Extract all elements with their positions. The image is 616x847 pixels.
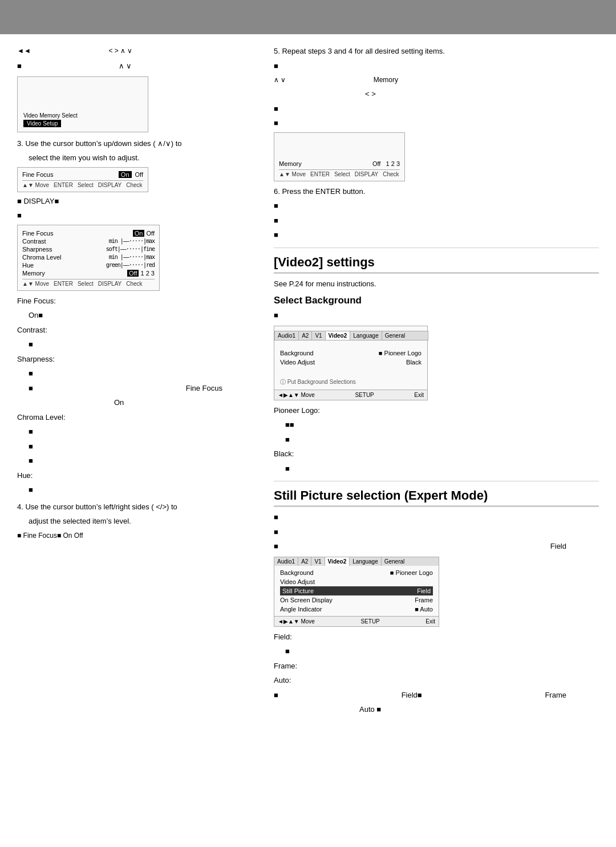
- frame-head: Frame:: [274, 660, 599, 672]
- sharpness-b2: ■ Fine Focus: [29, 383, 222, 394]
- contrast-bullet: ■: [29, 339, 262, 350]
- nav-hint-2: ▲▼ Move ENTER Select DISPLAY Check: [22, 279, 155, 287]
- still-menu-body: Background ■ Pioneer Logo Video Adjust S…: [274, 566, 439, 616]
- nav-hint-1: ▲▼ Move ENTER Select DISPLAY Check: [22, 180, 143, 188]
- s6-b2: ■: [274, 215, 599, 226]
- all-fields-screen: Fine Focus On Off Contrast min |——·····|…: [17, 225, 160, 291]
- video-memory-label: Video Memory Select: [23, 112, 142, 119]
- info-text: ⓘ Put Background Selections: [280, 378, 422, 386]
- pioneer-logo-head: Pioneer Logo:: [274, 405, 599, 416]
- on-label: On: [119, 171, 132, 178]
- left-column: ◄◄ < > ∧ ∨ ■ ∧ ∨ Video Memory Select Vid…: [17, 46, 262, 719]
- chroma-b1: ■: [29, 426, 262, 437]
- pl-b1: ■■: [285, 419, 599, 431]
- step6: 6. Press the ENTER button.: [274, 186, 599, 197]
- ff-row: Fine Focus On Off: [22, 230, 155, 237]
- video2-title: [Video2] settings: [274, 255, 599, 274]
- video-memory-screen: Video Memory Select Video Setup: [17, 76, 148, 132]
- sel-bg-b: ■: [274, 310, 599, 321]
- fine-focus-on: On■: [29, 310, 262, 321]
- divider-2: [274, 481, 599, 481]
- s6-b3: ■: [274, 229, 599, 241]
- tab-row-1: Audio1 A2 V1 Video2 Language General: [274, 331, 428, 341]
- chroma-b3: ■: [29, 455, 262, 467]
- chroma-desc: Chroma Level:: [17, 412, 262, 423]
- s6-b1: ■: [274, 200, 599, 212]
- hue-b: ■: [29, 484, 262, 496]
- hue-row: Hue green|——·····|red: [22, 262, 155, 269]
- nav-check: Check: [126, 182, 142, 188]
- menu-footer-1: ◄▶▲▼ Move SETUP Exit: [274, 390, 427, 400]
- still-menu-screen: Audio1 A2 V1 Video2 Language General Bac…: [274, 557, 439, 627]
- still-menu-footer: ◄▶▲▼ Move SETUP Exit: [274, 616, 439, 626]
- nav-display: DISPLAY: [98, 182, 122, 188]
- bg-menu-item-va: Video Adjust Black: [280, 358, 422, 367]
- memory-screen: Memory Off 1 2 3 ▲▼ Move ENTER Select DI…: [274, 132, 405, 181]
- step4b: adjust the selected item’s level.: [29, 516, 262, 527]
- hue-desc: Hue:: [17, 470, 262, 481]
- see-p24: See P.24 for menu instructions.: [274, 278, 599, 290]
- setup2-label: SETUP: [360, 618, 379, 625]
- still-osd-item: On Screen Display Frame: [280, 595, 433, 605]
- auto-ref: Auto ■: [359, 704, 599, 715]
- right-column: 5. Repeat steps 3 and 4 for all desired …: [274, 46, 599, 719]
- step5-b1: ■: [274, 60, 599, 72]
- bg-menu-item-bg: Background ■ Pioneer Logo: [280, 348, 422, 358]
- chroma-b2: ■: [29, 441, 262, 452]
- exit-label: Exit: [414, 392, 424, 398]
- step3b-text: select the item you wish to adjust.: [29, 152, 262, 164]
- sp-b3: ■ Field: [274, 541, 566, 552]
- sharpness-b1: ■: [29, 368, 262, 379]
- sel-bg-title: Select Background: [274, 295, 599, 306]
- pl-b2: ■: [285, 434, 599, 445]
- field-head: Field:: [274, 631, 599, 643]
- move2-label: ◄▶▲▼ Move: [278, 618, 315, 625]
- on-val2: On: [114, 397, 262, 408]
- still-angle-item: Angle Indicator ■ Auto: [280, 605, 433, 614]
- fine-focus-screen: Fine Focus On Off ▲▼ Move ENTER Select D…: [17, 167, 148, 192]
- sp-b2: ■: [274, 526, 599, 538]
- bg-menu-screen: Audio1 A2 V1 Video2 Language General Bac…: [274, 326, 428, 400]
- on-off-display: On Off: [119, 171, 143, 178]
- bl-b: ■: [285, 463, 599, 475]
- memory-values: Off 1 2 3: [372, 160, 400, 167]
- fine-focus-desc: Fine Focus:: [17, 295, 262, 307]
- display-note1: ■ DISPLAY■: [17, 196, 262, 207]
- nav-select: Select: [78, 182, 94, 188]
- step5: 5. Repeat steps 3 and 4 for all desired …: [274, 46, 599, 57]
- step5-b3: ■: [274, 117, 599, 129]
- sharpness-row: Sharpness soft|——·····|fine: [22, 246, 155, 253]
- video-setup-label: Video Setup: [23, 120, 61, 127]
- setup-note: ■ ∧ ∨: [17, 60, 262, 72]
- step3-text: 3. Use the cursor button’s up/down sides…: [17, 138, 262, 149]
- nav-move: ▲▼ Move: [22, 182, 49, 188]
- sharpness-desc: Sharpness:: [17, 354, 262, 365]
- exit2-label: Exit: [425, 618, 435, 625]
- fine-focus-item-label: Fine Focus: [22, 171, 53, 178]
- divider-1: [274, 248, 599, 248]
- step5-nums: < >: [365, 88, 599, 100]
- arrow-nav: ◄◄ < > ∧ ∨: [17, 46, 262, 56]
- chroma-row: Chroma Level min |——·····|max: [22, 254, 155, 261]
- still-va-item: Video Adjust: [280, 577, 433, 586]
- still-sp-item: Still Picture Field: [280, 586, 433, 595]
- sp-b1: ■: [274, 512, 599, 523]
- contrast-desc: Contrast:: [17, 325, 262, 336]
- display-note2: ■: [17, 210, 262, 221]
- black-head: Black:: [274, 448, 599, 460]
- off-label: Off: [135, 171, 143, 178]
- step4: 4. Use the cursor button’s left/right si…: [17, 501, 262, 513]
- move-label: ◄▶▲▼ Move: [278, 392, 315, 398]
- step5-arrows: ∧ ∨ Memory: [274, 75, 599, 85]
- nav-enter: ENTER: [54, 182, 73, 188]
- nav-hint-mem: ▲▼ Move ENTER Select DISPLAY Check: [279, 169, 400, 177]
- memory-row-inline: Memory Off 1 2 3: [22, 270, 155, 277]
- auto-desc: ■ Field■ Frame: [274, 690, 566, 701]
- memory-label-d: Memory: [279, 160, 302, 167]
- setup-label: SETUP: [355, 392, 374, 398]
- still-title: Still Picture selection (Expert Mode): [274, 488, 599, 507]
- field-b: ■: [285, 646, 599, 657]
- page-header: [0, 0, 616, 34]
- still-bg-item: Background ■ Pioneer Logo: [280, 568, 433, 577]
- auto-head: Auto:: [274, 675, 599, 686]
